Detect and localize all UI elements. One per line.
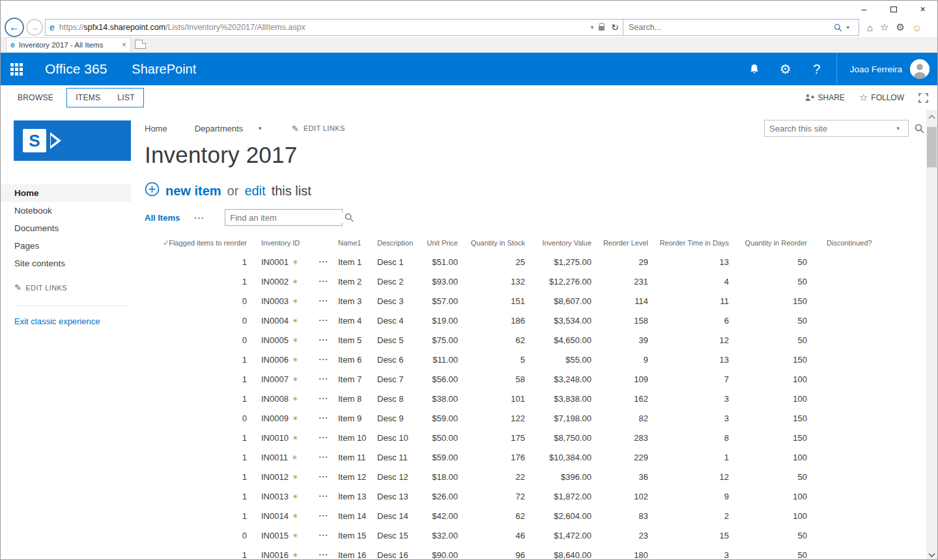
table-row[interactable]: 1IN0010✳···Item 10Desc 10$50.00175$8,750… — [157, 428, 867, 447]
edit-list-link[interactable]: edit — [244, 184, 265, 199]
row-menu-button[interactable]: ··· — [313, 486, 334, 506]
cell-inventory-id[interactable]: IN0015✳ — [248, 525, 313, 545]
row-menu-button[interactable]: ··· — [313, 369, 334, 389]
column-header-discontinued[interactable]: Discontinued? — [808, 234, 867, 252]
row-select-cell[interactable] — [157, 408, 175, 428]
row-select-cell[interactable] — [157, 311, 175, 330]
browser-search-input[interactable] — [629, 23, 834, 32]
focus-on-content-button[interactable] — [918, 93, 928, 103]
search-magnifier-icon[interactable] — [834, 23, 842, 32]
row-menu-button[interactable]: ··· — [313, 291, 334, 311]
cell-inventory-id[interactable]: IN0012✳ — [248, 467, 313, 486]
row-select-cell[interactable] — [157, 330, 175, 350]
site-search-input[interactable] — [769, 124, 892, 133]
ribbon-tab-list[interactable]: LIST — [109, 89, 143, 107]
row-menu-button[interactable]: ··· — [313, 545, 334, 560]
cell-inventory-id[interactable]: IN0010✳ — [248, 428, 313, 447]
item-id-link[interactable]: IN0001 — [261, 257, 289, 267]
new-item-link[interactable]: new item — [165, 184, 221, 199]
cell-inventory-id[interactable]: IN0013✳ — [248, 486, 313, 506]
view-all-items[interactable]: All Items — [145, 213, 180, 223]
table-row[interactable]: 0IN0005✳···Item 5Desc 5$75.0062$4,650.00… — [157, 330, 867, 350]
site-search-scope-caret-icon[interactable]: ▾ — [896, 125, 900, 132]
row-menu-button[interactable]: ··· — [313, 447, 334, 467]
ribbon-tab-items[interactable]: ITEMS — [67, 89, 109, 107]
forward-button[interactable]: → — [26, 19, 43, 36]
url-field[interactable]: e https://spfx14.sharepoint.com/Lists/In… — [45, 19, 623, 36]
column-header-unit-price[interactable]: Unit Price — [410, 234, 459, 252]
refresh-button[interactable]: ↻ — [611, 22, 619, 33]
table-row[interactable]: 1IN0006✳···Item 6Desc 6$11.005$55.009131… — [157, 350, 867, 369]
topnav-home[interactable]: Home — [145, 124, 167, 133]
row-menu-button[interactable]: ··· — [313, 408, 334, 428]
app-launcher-button[interactable] — [1, 53, 32, 85]
feedback-smiley-icon[interactable]: ☺ — [912, 22, 922, 33]
cell-inventory-id[interactable]: IN0004✳ — [248, 311, 313, 330]
cell-inventory-id[interactable]: IN0009✳ — [248, 408, 313, 428]
site-logo[interactable]: S — [14, 120, 131, 161]
departments-caret-icon[interactable]: ▾ — [259, 125, 262, 132]
close-button[interactable]: × — [908, 1, 937, 17]
item-id-link[interactable]: IN0013 — [261, 492, 289, 501]
find-item-magnifier-icon[interactable] — [345, 213, 354, 222]
row-menu-button[interactable]: ··· — [313, 330, 334, 350]
home-icon[interactable]: ⌂ — [867, 22, 873, 33]
item-id-link[interactable]: IN0015 — [261, 531, 289, 540]
row-select-cell[interactable] — [157, 252, 175, 272]
cell-inventory-id[interactable]: IN0003✳ — [248, 291, 313, 311]
new-tab-button[interactable] — [135, 40, 146, 49]
row-menu-button[interactable]: ··· — [313, 467, 334, 486]
row-select-cell[interactable] — [157, 486, 175, 506]
column-header-description[interactable]: Description — [372, 234, 410, 252]
table-row[interactable]: 1IN0016✳···Item 16Desc 16$90.0096$8,640.… — [157, 545, 867, 560]
notifications-bell-button[interactable] — [739, 53, 770, 85]
table-row[interactable]: 1IN0002✳···Item 2Desc 2$93.00132$12,276.… — [157, 272, 867, 291]
cell-inventory-id[interactable]: IN0002✳ — [248, 272, 313, 291]
row-menu-button[interactable]: ··· — [313, 506, 334, 525]
scroll-down-arrow[interactable] — [929, 551, 935, 557]
table-row[interactable]: 0IN0015✳···Item 15Desc 15$32.0046$1,472.… — [157, 525, 867, 545]
sidebar-item-site-contents[interactable]: Site contents — [1, 255, 131, 272]
minimize-button[interactable]: – — [849, 1, 879, 17]
row-select-cell[interactable] — [157, 467, 175, 486]
help-button[interactable]: ? — [801, 53, 832, 85]
row-menu-button[interactable]: ··· — [313, 389, 334, 408]
cell-inventory-id[interactable]: IN0016✳ — [248, 545, 313, 560]
row-menu-button[interactable]: ··· — [313, 350, 334, 369]
row-menu-button[interactable]: ··· — [313, 428, 334, 447]
column-header-inventory-id[interactable]: Inventory ID — [248, 234, 313, 252]
item-id-link[interactable]: IN0005 — [261, 335, 289, 345]
item-id-link[interactable]: IN0012 — [261, 472, 289, 482]
item-id-link[interactable]: IN0008 — [261, 394, 289, 404]
row-select-cell[interactable] — [157, 369, 175, 389]
cell-inventory-id[interactable]: IN0008✳ — [248, 389, 313, 408]
cell-inventory-id[interactable]: IN0014✳ — [248, 506, 313, 525]
office-365-brand[interactable]: Office 365 — [45, 61, 107, 77]
scrollbar-thumb[interactable] — [927, 127, 937, 167]
item-id-link[interactable]: IN0010 — [261, 433, 289, 443]
cell-inventory-id[interactable]: IN0007✳ — [248, 369, 313, 389]
sidebar-edit-links[interactable]: ✎ EDIT LINKS — [14, 283, 137, 292]
item-id-link[interactable]: IN0007 — [261, 374, 289, 384]
sidebar-item-pages[interactable]: Pages — [1, 237, 131, 255]
new-item-plus-icon[interactable] — [145, 182, 160, 200]
search-dropdown-icon[interactable]: ▾ — [846, 24, 849, 31]
row-menu-button[interactable]: ··· — [313, 252, 334, 272]
item-id-link[interactable]: IN0011 — [261, 453, 288, 462]
cell-inventory-id[interactable]: IN0011✳ — [248, 447, 313, 467]
row-select-cell[interactable] — [157, 428, 175, 447]
item-id-link[interactable]: IN0014 — [261, 511, 289, 521]
sidebar-item-notebook[interactable]: Notebook — [1, 202, 131, 219]
topnav-departments[interactable]: Departments — [195, 124, 243, 133]
exit-classic-link[interactable]: Exit classic experience — [14, 316, 100, 326]
column-header-quantity-in-stock[interactable]: Quantity in Stock — [459, 234, 526, 252]
cell-inventory-id[interactable]: IN0006✳ — [248, 350, 313, 369]
browser-tab[interactable]: e Inventory 2017 - All Items × — [6, 37, 131, 52]
favorites-icon[interactable]: ☆ — [880, 21, 888, 33]
topnav-edit-links[interactable]: ✎ EDIT LINKS — [292, 124, 345, 133]
column-header-flagged-items-to-reorder[interactable]: Flagged items to reorder — [175, 234, 248, 252]
settings-gear-button[interactable]: ⚙ — [770, 53, 801, 85]
table-row[interactable]: 0IN0003✳···Item 3Desc 3$57.00151$8,607.0… — [157, 291, 867, 311]
table-row[interactable]: 1IN0013✳···Item 13Desc 13$26.0072$1,872.… — [157, 486, 867, 506]
follow-button[interactable]: ☆ FOLLOW — [859, 92, 904, 104]
